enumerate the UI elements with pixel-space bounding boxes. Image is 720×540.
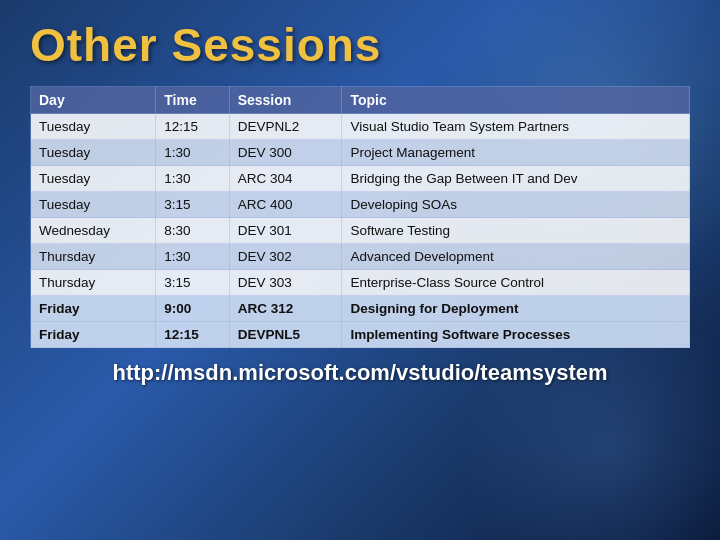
table-row: Thursday1:30DEV 302Advanced Development — [31, 244, 690, 270]
cell-session: ARC 304 — [229, 166, 342, 192]
cell-day: Friday — [31, 322, 156, 348]
cell-time: 8:30 — [156, 218, 229, 244]
table-header-row: Day Time Session Topic — [31, 87, 690, 114]
cell-time: 9:00 — [156, 296, 229, 322]
cell-time: 1:30 — [156, 140, 229, 166]
cell-day: Thursday — [31, 270, 156, 296]
cell-session: DEV 300 — [229, 140, 342, 166]
table-row: Friday9:00ARC 312Designing for Deploymen… — [31, 296, 690, 322]
table-row: Wednesday8:30DEV 301Software Testing — [31, 218, 690, 244]
cell-day: Thursday — [31, 244, 156, 270]
cell-session: DEVPNL5 — [229, 322, 342, 348]
table-row: Tuesday1:30ARC 304Bridging the Gap Betwe… — [31, 166, 690, 192]
table-row: Tuesday1:30DEV 300Project Management — [31, 140, 690, 166]
cell-session: DEV 302 — [229, 244, 342, 270]
cell-time: 1:30 — [156, 244, 229, 270]
cell-day: Tuesday — [31, 114, 156, 140]
cell-time: 3:15 — [156, 192, 229, 218]
table-row: Thursday3:15DEV 303Enterprise-Class Sour… — [31, 270, 690, 296]
cell-time: 1:30 — [156, 166, 229, 192]
cell-topic: Developing SOAs — [342, 192, 690, 218]
cell-day: Tuesday — [31, 140, 156, 166]
cell-session: ARC 400 — [229, 192, 342, 218]
page-container: Other Sessions Day Time Session Topic Tu… — [0, 0, 720, 540]
cell-time: 12:15 — [156, 114, 229, 140]
cell-session: ARC 312 — [229, 296, 342, 322]
table-row: Tuesday12:15DEVPNL2Visual Studio Team Sy… — [31, 114, 690, 140]
cell-topic: Advanced Development — [342, 244, 690, 270]
cell-time: 12:15 — [156, 322, 229, 348]
col-header-day: Day — [31, 87, 156, 114]
cell-time: 3:15 — [156, 270, 229, 296]
table-row: Tuesday3:15ARC 400Developing SOAs — [31, 192, 690, 218]
col-header-session: Session — [229, 87, 342, 114]
cell-topic: Implementing Software Processes — [342, 322, 690, 348]
cell-session: DEVPNL2 — [229, 114, 342, 140]
col-header-topic: Topic — [342, 87, 690, 114]
cell-topic: Designing for Deployment — [342, 296, 690, 322]
cell-day: Wednesday — [31, 218, 156, 244]
footer-url: http://msdn.microsoft.com/vstudio/teamsy… — [30, 360, 690, 386]
cell-topic: Project Management — [342, 140, 690, 166]
cell-session: DEV 303 — [229, 270, 342, 296]
cell-topic: Software Testing — [342, 218, 690, 244]
cell-day: Friday — [31, 296, 156, 322]
table-row: Friday12:15DEVPNL5Implementing Software … — [31, 322, 690, 348]
page-title: Other Sessions — [30, 18, 690, 72]
cell-day: Tuesday — [31, 166, 156, 192]
sessions-table: Day Time Session Topic Tuesday12:15DEVPN… — [30, 86, 690, 348]
cell-session: DEV 301 — [229, 218, 342, 244]
cell-day: Tuesday — [31, 192, 156, 218]
col-header-time: Time — [156, 87, 229, 114]
cell-topic: Bridging the Gap Between IT and Dev — [342, 166, 690, 192]
cell-topic: Enterprise-Class Source Control — [342, 270, 690, 296]
cell-topic: Visual Studio Team System Partners — [342, 114, 690, 140]
